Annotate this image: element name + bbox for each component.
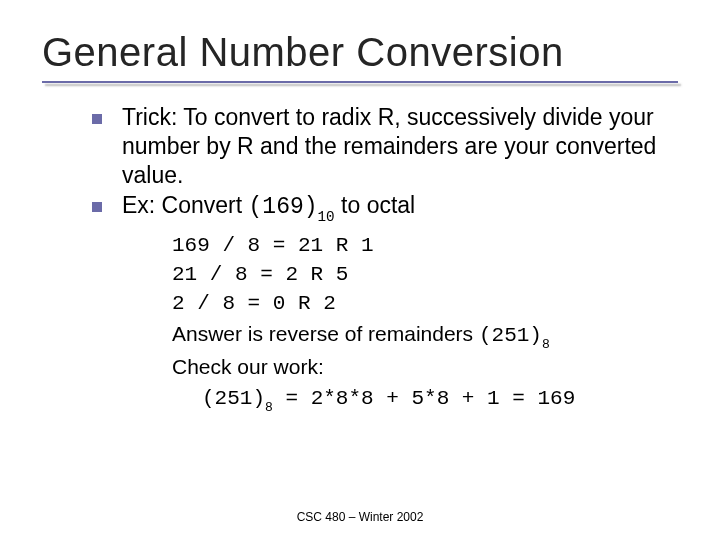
slide-body: Trick: To convert to radix R, successive… bbox=[42, 103, 678, 415]
bullet-icon bbox=[92, 114, 102, 124]
slide: General Number Conversion Trick: To conv… bbox=[0, 0, 720, 540]
check-value: (251) bbox=[202, 387, 265, 410]
answer-line: Answer is reverse of remainders (251)8 bbox=[172, 319, 668, 352]
example-prefix: Ex: Convert bbox=[122, 192, 249, 218]
check-expression: = 2*8*8 + 5*8 + 1 = 169 bbox=[273, 387, 575, 410]
bullet-icon bbox=[92, 202, 102, 212]
slide-footer: CSC 480 – Winter 2002 bbox=[0, 510, 720, 524]
answer-value: (251) bbox=[479, 324, 542, 347]
calc-line-3: 2 / 8 = 0 R 2 bbox=[172, 289, 668, 318]
check-line: (251)8 = 2*8*8 + 5*8 + 1 = 169 bbox=[202, 382, 668, 415]
example-suffix: to octal bbox=[335, 192, 416, 218]
answer-subscript: 8 bbox=[542, 337, 550, 352]
title-underline bbox=[42, 81, 678, 83]
calculation-block: 169 / 8 = 21 R 1 21 / 8 = 2 R 5 2 / 8 = … bbox=[172, 231, 668, 415]
answer-prefix: Answer is reverse of remainders bbox=[172, 322, 479, 345]
bullet-item-trick: Trick: To convert to radix R, successive… bbox=[92, 103, 668, 189]
calc-line-1: 169 / 8 = 21 R 1 bbox=[172, 231, 668, 260]
slide-title: General Number Conversion bbox=[42, 30, 678, 75]
example-value: (169) bbox=[249, 194, 318, 220]
check-label: Check our work: bbox=[172, 352, 668, 381]
example-subscript: 10 bbox=[318, 209, 335, 225]
bullet-text-trick: Trick: To convert to radix R, successive… bbox=[122, 103, 668, 189]
calc-line-2: 21 / 8 = 2 R 5 bbox=[172, 260, 668, 289]
check-subscript: 8 bbox=[265, 400, 273, 415]
bullet-text-example: Ex: Convert (169)10 to octal bbox=[122, 191, 415, 224]
bullet-item-example: Ex: Convert (169)10 to octal bbox=[92, 191, 668, 224]
